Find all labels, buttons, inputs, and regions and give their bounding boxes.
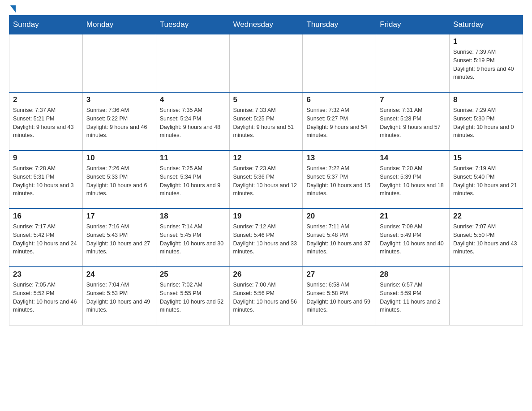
calendar-cell: 13Sunrise: 7:22 AMSunset: 5:37 PMDayligh…	[303, 150, 376, 209]
day-number: 10	[86, 154, 152, 163]
day-number: 2	[13, 95, 79, 104]
day-number: 11	[160, 154, 226, 163]
day-number: 6	[306, 95, 372, 104]
calendar-cell: 28Sunrise: 6:57 AMSunset: 5:59 PMDayligh…	[376, 267, 450, 325]
calendar-cell	[9, 34, 83, 92]
day-info: Sunrise: 7:11 AMSunset: 5:48 PMDaylight:…	[306, 223, 372, 256]
day-number: 5	[233, 95, 299, 104]
day-info: Sunrise: 7:00 AMSunset: 5:56 PMDaylight:…	[233, 281, 299, 314]
day-info: Sunrise: 7:14 AMSunset: 5:45 PMDaylight:…	[160, 223, 226, 256]
day-info: Sunrise: 6:58 AMSunset: 5:58 PMDaylight:…	[306, 281, 372, 314]
calendar-header-saturday: Saturday	[450, 16, 523, 34]
calendar-cell: 18Sunrise: 7:14 AMSunset: 5:45 PMDayligh…	[156, 209, 229, 267]
day-info: Sunrise: 7:39 AMSunset: 5:19 PMDaylight:…	[453, 48, 519, 81]
day-info: Sunrise: 7:17 AMSunset: 5:42 PMDaylight:…	[13, 223, 79, 256]
day-info: Sunrise: 7:35 AMSunset: 5:24 PMDaylight:…	[160, 106, 226, 140]
calendar-cell	[156, 34, 229, 92]
day-info: Sunrise: 7:05 AMSunset: 5:52 PMDaylight:…	[13, 281, 79, 314]
logo-arrow-icon	[10, 5, 16, 13]
day-info: Sunrise: 7:02 AMSunset: 5:55 PMDaylight:…	[160, 281, 226, 314]
page-header	[9, 9, 523, 11]
day-number: 24	[86, 270, 152, 279]
calendar-cell: 3Sunrise: 7:36 AMSunset: 5:22 PMDaylight…	[82, 92, 156, 150]
calendar-cell: 11Sunrise: 7:25 AMSunset: 5:34 PMDayligh…	[156, 150, 229, 209]
day-info: Sunrise: 7:23 AMSunset: 5:36 PMDaylight:…	[233, 164, 299, 198]
calendar-cell: 1Sunrise: 7:39 AMSunset: 5:19 PMDaylight…	[450, 34, 523, 92]
calendar-cell	[82, 34, 156, 92]
calendar-cell	[376, 34, 450, 92]
calendar-header-friday: Friday	[376, 16, 450, 34]
day-info: Sunrise: 7:31 AMSunset: 5:28 PMDaylight:…	[380, 106, 446, 140]
day-info: Sunrise: 7:19 AMSunset: 5:40 PMDaylight:…	[453, 164, 519, 198]
calendar-cell: 16Sunrise: 7:17 AMSunset: 5:42 PMDayligh…	[9, 209, 83, 267]
calendar-week-row: 2Sunrise: 7:37 AMSunset: 5:21 PMDaylight…	[9, 92, 523, 150]
day-info: Sunrise: 7:20 AMSunset: 5:39 PMDaylight:…	[380, 164, 446, 198]
calendar-week-row: 16Sunrise: 7:17 AMSunset: 5:42 PMDayligh…	[9, 209, 523, 267]
calendar-cell: 14Sunrise: 7:20 AMSunset: 5:39 PMDayligh…	[376, 150, 450, 209]
calendar-cell: 24Sunrise: 7:04 AMSunset: 5:53 PMDayligh…	[82, 267, 156, 325]
day-number: 14	[380, 154, 446, 163]
day-info: Sunrise: 7:32 AMSunset: 5:27 PMDaylight:…	[306, 106, 372, 140]
day-info: Sunrise: 7:36 AMSunset: 5:22 PMDaylight:…	[86, 106, 152, 140]
day-info: Sunrise: 7:16 AMSunset: 5:43 PMDaylight:…	[86, 223, 152, 256]
calendar-cell: 21Sunrise: 7:09 AMSunset: 5:49 PMDayligh…	[376, 209, 450, 267]
day-number: 15	[453, 154, 519, 163]
day-info: Sunrise: 7:04 AMSunset: 5:53 PMDaylight:…	[86, 281, 152, 314]
calendar-header-monday: Monday	[82, 16, 156, 34]
calendar-cell: 26Sunrise: 7:00 AMSunset: 5:56 PMDayligh…	[229, 267, 303, 325]
day-number: 26	[233, 270, 299, 279]
calendar-header-tuesday: Tuesday	[156, 16, 229, 34]
day-info: Sunrise: 7:25 AMSunset: 5:34 PMDaylight:…	[160, 164, 226, 198]
calendar-cell: 17Sunrise: 7:16 AMSunset: 5:43 PMDayligh…	[82, 209, 156, 267]
calendar-cell: 7Sunrise: 7:31 AMSunset: 5:28 PMDaylight…	[376, 92, 450, 150]
calendar-week-row: 23Sunrise: 7:05 AMSunset: 5:52 PMDayligh…	[9, 267, 523, 325]
calendar-cell: 19Sunrise: 7:12 AMSunset: 5:46 PMDayligh…	[229, 209, 303, 267]
day-info: Sunrise: 6:57 AMSunset: 5:59 PMDaylight:…	[380, 281, 446, 314]
day-number: 28	[380, 270, 446, 279]
calendar-cell: 8Sunrise: 7:29 AMSunset: 5:30 PMDaylight…	[450, 92, 523, 150]
day-number: 18	[160, 212, 226, 221]
calendar-cell: 6Sunrise: 7:32 AMSunset: 5:27 PMDaylight…	[303, 92, 376, 150]
day-number: 7	[380, 95, 446, 104]
day-info: Sunrise: 7:37 AMSunset: 5:21 PMDaylight:…	[13, 106, 79, 140]
calendar-week-row: 9Sunrise: 7:28 AMSunset: 5:31 PMDaylight…	[9, 150, 523, 209]
calendar-cell: 10Sunrise: 7:26 AMSunset: 5:33 PMDayligh…	[82, 150, 156, 209]
day-number: 16	[13, 212, 79, 221]
day-number: 9	[13, 154, 79, 163]
day-number: 13	[306, 154, 372, 163]
calendar-cell: 5Sunrise: 7:33 AMSunset: 5:25 PMDaylight…	[229, 92, 303, 150]
day-number: 1	[453, 37, 519, 46]
logo	[9, 9, 16, 11]
day-number: 12	[233, 154, 299, 163]
calendar-header-row: SundayMondayTuesdayWednesdayThursdayFrid…	[9, 16, 523, 34]
calendar-header-thursday: Thursday	[303, 16, 376, 34]
calendar-cell: 20Sunrise: 7:11 AMSunset: 5:48 PMDayligh…	[303, 209, 376, 267]
day-number: 3	[86, 95, 152, 104]
calendar-cell: 9Sunrise: 7:28 AMSunset: 5:31 PMDaylight…	[9, 150, 83, 209]
calendar-cell: 15Sunrise: 7:19 AMSunset: 5:40 PMDayligh…	[450, 150, 523, 209]
calendar-cell	[450, 267, 523, 325]
calendar-week-row: 1Sunrise: 7:39 AMSunset: 5:19 PMDaylight…	[9, 34, 523, 92]
calendar-cell	[303, 34, 376, 92]
day-info: Sunrise: 7:29 AMSunset: 5:30 PMDaylight:…	[453, 106, 519, 140]
day-info: Sunrise: 7:28 AMSunset: 5:31 PMDaylight:…	[13, 164, 79, 198]
calendar-cell: 12Sunrise: 7:23 AMSunset: 5:36 PMDayligh…	[229, 150, 303, 209]
day-number: 27	[306, 270, 372, 279]
day-number: 20	[306, 212, 372, 221]
calendar-header-sunday: Sunday	[9, 16, 83, 34]
day-info: Sunrise: 7:09 AMSunset: 5:49 PMDaylight:…	[380, 223, 446, 256]
calendar-cell: 23Sunrise: 7:05 AMSunset: 5:52 PMDayligh…	[9, 267, 83, 325]
day-info: Sunrise: 7:33 AMSunset: 5:25 PMDaylight:…	[233, 106, 299, 140]
calendar-table: SundayMondayTuesdayWednesdayThursdayFrid…	[9, 15, 523, 325]
calendar-cell: 25Sunrise: 7:02 AMSunset: 5:55 PMDayligh…	[156, 267, 229, 325]
day-number: 25	[160, 270, 226, 279]
calendar-cell: 22Sunrise: 7:07 AMSunset: 5:50 PMDayligh…	[450, 209, 523, 267]
day-info: Sunrise: 7:12 AMSunset: 5:46 PMDaylight:…	[233, 223, 299, 256]
day-number: 23	[13, 270, 79, 279]
day-number: 8	[453, 95, 519, 104]
day-number: 22	[453, 212, 519, 221]
calendar-cell	[229, 34, 303, 92]
calendar-cell: 27Sunrise: 6:58 AMSunset: 5:58 PMDayligh…	[303, 267, 376, 325]
calendar-cell: 2Sunrise: 7:37 AMSunset: 5:21 PMDaylight…	[9, 92, 83, 150]
day-info: Sunrise: 7:26 AMSunset: 5:33 PMDaylight:…	[86, 164, 152, 198]
